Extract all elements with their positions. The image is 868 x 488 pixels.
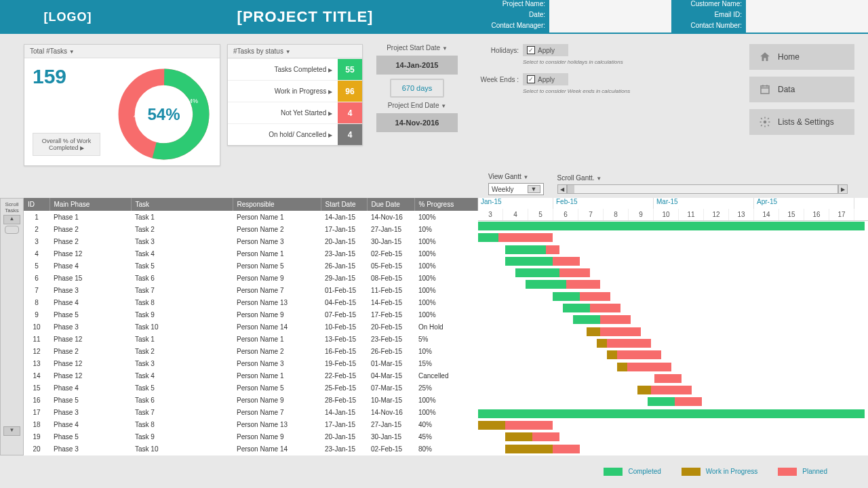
status-row[interactable]: On hold/ Cancelled ▶4 bbox=[228, 123, 362, 145]
meta-value[interactable] bbox=[746, 22, 868, 33]
weekends-apply-button[interactable]: ✓Apply bbox=[523, 73, 568, 85]
scroll-gantt-label: Scroll Gantt. ▼ bbox=[557, 174, 848, 182]
gantt-bar[interactable] bbox=[505, 445, 553, 453]
table-row[interactable]: 13Phase 12Task 3Person Name 319-Feb-1501… bbox=[24, 358, 478, 370]
overall-percent-label[interactable]: Overall % of Work Completed ▶ bbox=[33, 133, 100, 156]
gantt-bar[interactable] bbox=[478, 409, 865, 418]
gantt-bar[interactable] bbox=[505, 257, 553, 266]
view-gantt-label[interactable]: View Gantt ▼ bbox=[488, 173, 544, 180]
column-header[interactable]: ID bbox=[24, 198, 50, 211]
column-header[interactable]: Due Date bbox=[367, 198, 414, 211]
scroll-thumb[interactable] bbox=[568, 185, 574, 193]
status-row[interactable]: Tasks Completed ▶55 bbox=[228, 58, 362, 80]
gantt-chart: Jan-15Feb-15Mar-15Apr-15 345678910111213… bbox=[478, 198, 868, 455]
gantt-bar[interactable] bbox=[553, 445, 580, 453]
table-row[interactable]: 18Phase 4Task 8Person Name 1317-Jan-1527… bbox=[24, 419, 478, 431]
table-row[interactable]: 8Phase 4Task 8Person Name 1304-Feb-1514-… bbox=[24, 296, 478, 308]
dates-column: Project Start Date ▼ 14-Jan-2015 670 day… bbox=[370, 44, 465, 132]
table-row[interactable]: 17Phase 3Task 7Person Name 714-Jan-1514-… bbox=[24, 407, 478, 419]
table-row[interactable]: 14Phase 12Task 4Person Name 122-Feb-1504… bbox=[24, 370, 478, 382]
table-row[interactable]: 5Phase 4Task 5Person Name 526-Jan-1505-F… bbox=[24, 260, 478, 272]
column-header[interactable]: Responsible bbox=[233, 198, 321, 211]
total-tasks-header[interactable]: Total #Tasks ▼ bbox=[24, 45, 220, 58]
gantt-bar[interactable] bbox=[532, 432, 559, 441]
meta-value[interactable] bbox=[549, 0, 671, 11]
gantt-bar[interactable] bbox=[651, 386, 692, 394]
gantt-bar[interactable] bbox=[573, 315, 600, 324]
gantt-bar[interactable] bbox=[505, 245, 546, 254]
table-row[interactable]: 3Phase 2Task 3Person Name 320-Jan-1530-J… bbox=[24, 235, 478, 247]
table-row[interactable]: 1Phase 1Task 1Person Name 114-Jan-1514-N… bbox=[24, 211, 478, 223]
dropdown-icon[interactable]: ▼ bbox=[528, 185, 540, 193]
column-header[interactable]: Start Date bbox=[321, 198, 367, 211]
gantt-bar[interactable] bbox=[627, 363, 671, 371]
holidays-apply-button[interactable]: ✓Apply bbox=[523, 44, 568, 56]
scroll-left-button[interactable]: ◀ bbox=[557, 184, 567, 194]
gantt-bar[interactable] bbox=[648, 397, 675, 406]
gantt-bar[interactable] bbox=[607, 339, 651, 348]
gantt-bar[interactable] bbox=[607, 350, 617, 359]
gantt-bar[interactable] bbox=[600, 315, 631, 324]
gantt-bar[interactable] bbox=[498, 233, 553, 242]
home-button[interactable]: Home bbox=[749, 44, 854, 70]
gantt-bar[interactable] bbox=[617, 350, 661, 359]
gantt-bar[interactable] bbox=[515, 268, 559, 277]
scroll-track[interactable] bbox=[567, 184, 838, 194]
column-header[interactable]: Task bbox=[131, 198, 233, 211]
lists-settings-button[interactable]: Lists & Settings bbox=[749, 109, 854, 135]
column-header[interactable]: % Progress bbox=[414, 198, 478, 211]
table-row[interactable]: 15Phase 4Task 5Person Name 525-Feb-1507-… bbox=[24, 382, 478, 394]
gantt-bar[interactable] bbox=[478, 233, 498, 242]
gantt-bar[interactable] bbox=[553, 292, 580, 301]
status-header[interactable]: #Tasks by status ▼ bbox=[228, 45, 362, 58]
gantt-bar[interactable] bbox=[563, 304, 590, 312]
gantt-bar[interactable] bbox=[559, 268, 590, 277]
legend: CompletedWork in ProgressPlanned bbox=[0, 455, 868, 476]
gantt-bar[interactable] bbox=[478, 222, 865, 230]
meta-value[interactable] bbox=[746, 11, 868, 22]
table-row[interactable]: 20Phase 3Task 10Person Name 1423-Jan-150… bbox=[24, 443, 478, 455]
end-date-label[interactable]: Project End Date ▼ bbox=[388, 102, 446, 109]
gantt-bar[interactable] bbox=[553, 257, 580, 266]
meta-value[interactable] bbox=[549, 11, 671, 22]
checkbox-icon[interactable]: ✓ bbox=[527, 46, 535, 54]
table-row[interactable]: 19Phase 5Task 9Person Name 920-Jan-1530-… bbox=[24, 431, 478, 443]
table-row[interactable]: 7Phase 3Task 7Person Name 701-Feb-1511-F… bbox=[24, 284, 478, 296]
gantt-bar[interactable] bbox=[600, 327, 641, 336]
scroll-right-button[interactable]: ▶ bbox=[838, 184, 848, 194]
gantt-bar[interactable] bbox=[505, 421, 553, 430]
table-row[interactable]: 11Phase 12Task 1Person Name 113-Feb-1523… bbox=[24, 333, 478, 345]
gantt-bar[interactable] bbox=[546, 245, 559, 254]
meta-value[interactable] bbox=[746, 0, 868, 11]
checkbox-icon[interactable]: ✓ bbox=[527, 75, 535, 83]
gantt-bar[interactable] bbox=[597, 339, 607, 348]
status-row[interactable]: Not Yet Started ▶4 bbox=[228, 102, 362, 123]
gantt-bar[interactable] bbox=[505, 432, 532, 441]
table-row[interactable]: 16Phase 5Task 6Person Name 928-Feb-1510-… bbox=[24, 394, 478, 407]
meta-value[interactable] bbox=[549, 22, 671, 33]
gantt-bar[interactable] bbox=[675, 397, 702, 406]
gantt-bar[interactable] bbox=[617, 363, 627, 371]
table-row[interactable]: 6Phase 15Task 6Person Name 929-Jan-1508-… bbox=[24, 272, 478, 284]
scroll-up-button[interactable]: ▲ bbox=[3, 215, 20, 224]
scroll-down-button[interactable]: ▼ bbox=[3, 426, 20, 436]
gantt-bar[interactable] bbox=[654, 374, 682, 383]
gantt-bar[interactable] bbox=[587, 327, 600, 336]
start-date-label[interactable]: Project Start Date ▼ bbox=[387, 44, 448, 52]
gantt-bar[interactable] bbox=[566, 280, 600, 289]
gantt-bar[interactable] bbox=[478, 421, 505, 430]
table-row[interactable]: 12Phase 2Task 2Person Name 216-Feb-1526-… bbox=[24, 346, 478, 358]
status-row[interactable]: Work in Progress ▶96 bbox=[228, 80, 362, 102]
table-row[interactable]: 10Phase 3Task 10Person Name 1410-Feb-152… bbox=[24, 321, 478, 333]
gantt-bar[interactable] bbox=[590, 304, 620, 312]
table-row[interactable]: 2Phase 2Task 2Person Name 217-Jan-1527-J… bbox=[24, 223, 478, 235]
gantt-bar[interactable] bbox=[580, 292, 610, 301]
data-button[interactable]: Data bbox=[749, 77, 854, 102]
view-gantt-select[interactable]: Weekly▼ bbox=[488, 183, 544, 195]
column-header[interactable]: Main Phase bbox=[50, 198, 131, 211]
scroll-slider[interactable] bbox=[5, 226, 19, 234]
gantt-bar[interactable] bbox=[637, 386, 651, 394]
table-row[interactable]: 9Phase 5Task 9Person Name 907-Feb-1517-F… bbox=[24, 308, 478, 321]
gantt-bar[interactable] bbox=[526, 280, 566, 289]
table-row[interactable]: 4Phase 12Task 4Person Name 123-Jan-1502-… bbox=[24, 247, 478, 260]
